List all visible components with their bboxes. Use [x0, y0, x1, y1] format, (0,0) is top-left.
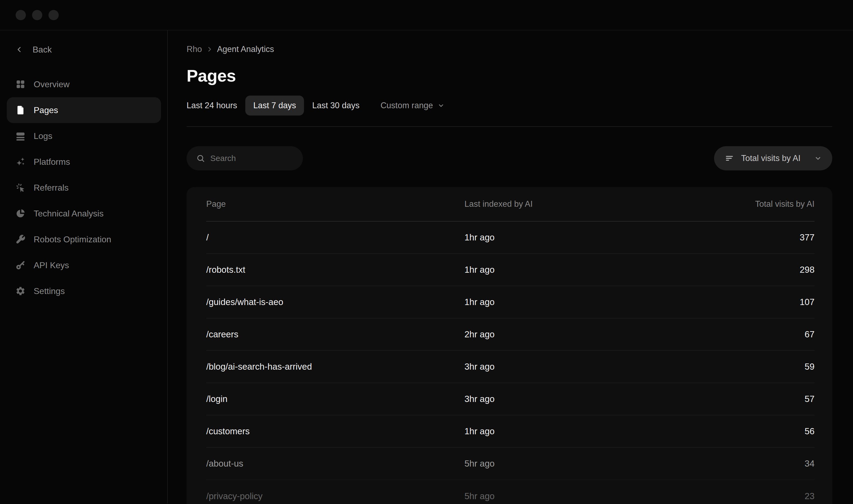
cell-page: /careers [206, 329, 465, 340]
sidebar-item-robots-optimization[interactable]: Robots Optimization [7, 227, 161, 252]
wrench-icon [15, 234, 25, 245]
tab-custom-range[interactable]: Custom range [373, 95, 453, 115]
breadcrumb-current: Agent Analytics [217, 44, 274, 54]
app-shell: Back Overview [0, 31, 853, 503]
chevron-right-icon [206, 46, 213, 53]
sidebar-item-logs[interactable]: Logs [7, 123, 161, 149]
filter-lines-icon [725, 154, 734, 163]
sort-dropdown-label: Total visits by AI [741, 154, 807, 163]
column-header-last-indexed[interactable]: Last indexed by AI [465, 199, 728, 209]
cell-page: /blog/ai-search-has-arrived [206, 362, 465, 372]
cursor-click-icon [15, 182, 25, 193]
cell-visits: 57 [728, 394, 815, 404]
cell-page: /about-us [206, 458, 465, 469]
sidebar-nav: Overview Pages [7, 71, 161, 304]
time-range-tabs: Last 24 hours Last 7 days Last 30 days C… [187, 95, 832, 115]
sidebar-item-technical-analysis[interactable]: Technical Analysis [7, 201, 161, 227]
cell-last-indexed: 5hr ago [465, 491, 728, 501]
cell-visits: 23 [728, 491, 815, 501]
sidebar-item-referrals[interactable]: Referrals [7, 175, 161, 201]
cell-visits: 107 [728, 297, 815, 307]
sidebar-item-label: Settings [34, 286, 65, 296]
search-icon [196, 154, 205, 163]
sort-dropdown[interactable]: Total visits by AI [714, 146, 832, 170]
cell-last-indexed: 1hr ago [465, 426, 728, 436]
back-button[interactable]: Back [15, 43, 167, 56]
page-icon [15, 105, 25, 115]
table-header-row: Page Last indexed by AI Total visits by … [206, 187, 815, 221]
cell-page: / [206, 232, 465, 242]
tab-last-7-days[interactable]: Last 7 days [245, 95, 304, 115]
back-label: Back [33, 45, 52, 55]
sidebar: Back Overview [0, 31, 168, 503]
chevron-down-icon [814, 154, 822, 162]
page-title: Pages [187, 66, 832, 85]
sidebar-item-settings[interactable]: Settings [7, 278, 161, 304]
tab-last-24-hours[interactable]: Last 24 hours [187, 95, 245, 115]
cell-last-indexed: 1hr ago [465, 297, 728, 307]
table-row[interactable]: / 1hr ago 377 [206, 221, 815, 254]
cell-visits: 34 [728, 458, 815, 469]
cell-last-indexed: 1hr ago [465, 232, 728, 242]
sidebar-item-label: Pages [34, 105, 58, 115]
sidebar-item-api-keys[interactable]: API Keys [7, 252, 161, 278]
breadcrumb-root[interactable]: Rho [187, 44, 202, 54]
sidebar-item-pages[interactable]: Pages [7, 97, 161, 123]
cell-page: /guides/what-is-aeo [206, 297, 465, 307]
sidebar-item-label: Platforms [34, 157, 70, 167]
table-row[interactable]: /about-us 5hr ago 34 [206, 448, 815, 480]
cell-page: /robots.txt [206, 265, 465, 275]
column-header-page[interactable]: Page [206, 199, 465, 209]
table-row[interactable]: /customers 1hr ago 56 [206, 415, 815, 448]
tab-custom-range-label: Custom range [380, 101, 433, 110]
table-row[interactable]: /login 3hr ago 57 [206, 383, 815, 415]
pages-table-card: Page Last indexed by AI Total visits by … [187, 187, 832, 504]
table-toolbar: Total visits by AI [187, 146, 832, 170]
cell-visits: 67 [728, 329, 815, 340]
sidebar-item-overview[interactable]: Overview [7, 71, 161, 97]
tab-last-30-days[interactable]: Last 30 days [304, 95, 367, 115]
cell-last-indexed: 1hr ago [465, 265, 728, 275]
cell-visits: 56 [728, 426, 815, 436]
window-control-dot[interactable] [32, 10, 42, 20]
cell-visits: 377 [728, 232, 815, 242]
window-control-dot[interactable] [49, 10, 59, 20]
cell-page: /privacy-policy [206, 491, 465, 501]
table-row[interactable]: /robots.txt 1hr ago 298 [206, 254, 815, 286]
table-row[interactable]: /privacy-policy 5hr ago 23 [206, 480, 815, 504]
cell-visits: 59 [728, 362, 815, 372]
window-titlebar [0, 0, 853, 31]
sidebar-item-label: API Keys [34, 260, 69, 270]
column-header-total-visits[interactable]: Total visits by AI [728, 199, 815, 209]
window-control-dot[interactable] [16, 10, 26, 20]
cell-visits: 298 [728, 265, 815, 275]
cell-last-indexed: 5hr ago [465, 458, 728, 469]
sidebar-item-platforms[interactable]: Platforms [7, 149, 161, 175]
breadcrumb: Rho Agent Analytics [187, 44, 832, 54]
cell-last-indexed: 3hr ago [465, 394, 728, 404]
table-row[interactable]: /blog/ai-search-has-arrived 3hr ago 59 [206, 351, 815, 383]
logs-icon [15, 131, 25, 141]
table-row[interactable]: /careers 2hr ago 67 [206, 319, 815, 351]
pie-chart-icon [15, 209, 25, 219]
sidebar-item-label: Logs [34, 131, 52, 141]
sidebar-item-label: Robots Optimization [34, 234, 111, 245]
main-content: Rho Agent Analytics Pages Last 24 hours … [168, 31, 853, 503]
table-row[interactable]: /guides/what-is-aeo 1hr ago 107 [206, 286, 815, 319]
chevron-left-icon [15, 46, 23, 54]
search-box[interactable] [187, 146, 303, 170]
cell-page: /login [206, 394, 465, 404]
key-icon [15, 260, 25, 270]
section-divider [187, 126, 832, 127]
sidebar-item-label: Overview [34, 79, 70, 89]
gear-icon [15, 286, 25, 296]
grid-icon [15, 79, 25, 89]
sidebar-item-label: Referrals [34, 183, 69, 193]
search-input[interactable] [210, 154, 291, 163]
cell-last-indexed: 2hr ago [465, 329, 728, 340]
cell-page: /customers [206, 426, 465, 436]
cell-last-indexed: 3hr ago [465, 362, 728, 372]
sparkles-icon [15, 157, 25, 167]
sidebar-item-label: Technical Analysis [34, 209, 104, 219]
chevron-down-icon [437, 102, 445, 109]
